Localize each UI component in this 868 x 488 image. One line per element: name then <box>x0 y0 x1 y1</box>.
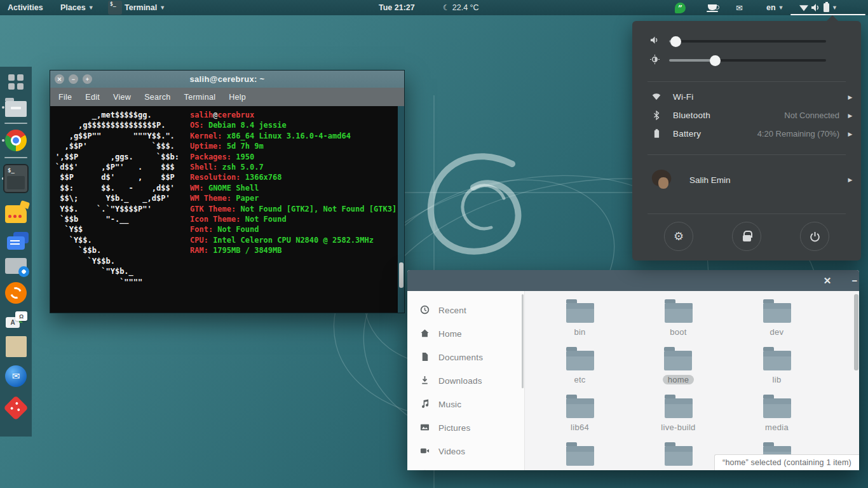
sidebar-item-downloads[interactable]: Downloads <box>407 369 524 393</box>
terminal-scrollbar[interactable] <box>398 106 404 313</box>
dock-item-messenger[interactable] <box>0 231 32 250</box>
folder-item-etc[interactable]: etc <box>566 347 594 395</box>
temperature-label: 22.4 °C <box>452 3 479 12</box>
hangouts-tray-icon[interactable] <box>675 0 686 15</box>
terminal-menu-edit[interactable]: Edit <box>85 93 100 102</box>
terminal-menu-terminal[interactable]: Terminal <box>184 93 216 102</box>
clock[interactable]: Tue 21:27 <box>379 0 415 15</box>
caffeine-tray-icon[interactable] <box>708 0 717 15</box>
volume-knob[interactable] <box>670 36 681 47</box>
keyboard-indicator[interactable]: en▼ <box>766 0 784 15</box>
sidebar-item-home[interactable]: Home <box>407 322 524 346</box>
mail-tray-icon[interactable]: ✉ <box>736 0 743 15</box>
volume-slider[interactable] <box>669 40 826 43</box>
places-menu[interactable]: Places▼ <box>60 0 94 15</box>
terminal-menu-view[interactable]: View <box>113 93 131 102</box>
power-button[interactable] <box>800 222 829 251</box>
lock-button[interactable] <box>732 222 761 251</box>
settings-button[interactable]: ⚙ <box>664 222 693 251</box>
folder-item-live-build[interactable]: live-build <box>661 395 695 442</box>
folder-icon <box>665 303 693 323</box>
dock <box>0 67 32 437</box>
places-label: Places <box>60 3 86 12</box>
sidebar-item-music[interactable]: Music <box>407 393 524 416</box>
scrollbar-thumb[interactable] <box>399 262 403 288</box>
sidebar-item-pictures[interactable]: Pictures <box>407 416 524 440</box>
thunderbird-icon <box>5 365 27 387</box>
volume-slider-row <box>632 35 861 48</box>
volume-icon <box>811 3 821 12</box>
terminal-icon <box>3 164 29 193</box>
folder-item-lib64[interactable]: lib64 <box>566 395 594 442</box>
terminal-line: ',$$P ,ggs. `$$b:Packages: 1950 <box>55 152 404 162</box>
minimize-icon[interactable]: − <box>847 270 859 291</box>
mail-icon: ✉ <box>736 3 743 13</box>
terminal-titlebar[interactable]: ✕ − + salih@cerebrux: ~ <box>50 71 404 88</box>
screenfetch-output: _,met$$$$$gg.salih@cerebrux ,g$$$$$$$$$$… <box>55 110 404 287</box>
volume-icon <box>650 36 660 47</box>
brightness-knob[interactable] <box>710 55 721 66</box>
terminal-menu-file[interactable]: File <box>58 93 72 102</box>
menu-row-wifi[interactable]: Wi-Fi▶ <box>632 88 861 106</box>
folder-name: home <box>663 375 695 384</box>
dock-item-yellow-app[interactable] <box>0 201 32 223</box>
folder-name: live-build <box>661 423 695 432</box>
folder-item-home[interactable]: home <box>663 347 695 395</box>
dock-item-screenshot[interactable] <box>0 258 32 274</box>
brightness-slider[interactable] <box>669 59 826 62</box>
sidebar-item-recent[interactable]: Recent <box>407 299 524 322</box>
folder-item[interactable] <box>665 442 693 470</box>
folder-icon <box>763 303 791 323</box>
sidebar-item-label: Videos <box>438 447 465 456</box>
sidebar-scrollbar[interactable] <box>522 294 524 388</box>
sync-icon <box>5 282 27 304</box>
menu-row-battery[interactable]: Battery4:20 Remaining (70%)▶ <box>632 125 861 143</box>
folder-item-bin[interactable]: bin <box>566 299 594 347</box>
chevron-down-icon: ▼ <box>832 4 837 11</box>
dock-item-translator[interactable] <box>0 312 32 328</box>
dock-item-beige-app[interactable] <box>0 336 32 357</box>
folder-name: etc <box>574 375 585 384</box>
terminal-content[interactable]: _,met$$$$$gg.salih@cerebrux ,g$$$$$$$$$$… <box>50 106 404 313</box>
weather-indicator[interactable]: ☾22.4 °C <box>443 0 479 15</box>
divider <box>648 154 846 155</box>
sidebar-item-documents[interactable]: Documents <box>407 346 524 369</box>
folder-item[interactable] <box>566 442 594 470</box>
menu-row-status: 4:20 Remaining (70%) <box>757 129 839 139</box>
dock-item-show-apps[interactable] <box>0 74 32 90</box>
terminal-line: `d$$' ,$P"' . $$$Shell: zsh 5.0.7 <box>55 162 404 172</box>
brightness-icon <box>650 55 660 67</box>
dock-item-chrome[interactable] <box>0 130 32 151</box>
terminal-menu-help[interactable]: Help <box>229 93 246 102</box>
terminal-menu-search[interactable]: Search <box>144 93 170 102</box>
dock-item-sync[interactable] <box>0 282 32 304</box>
chrome-icon <box>5 130 27 151</box>
folder-name: bin <box>574 327 585 337</box>
dock-item-files[interactable] <box>0 98 32 117</box>
folder-item-lib[interactable]: lib <box>763 347 791 395</box>
terminal-line: `$$b "-.__Icon Theme: Not Found <box>55 214 404 224</box>
folder-item-dev[interactable]: dev <box>763 299 791 347</box>
dock-item-thunderbird[interactable] <box>0 365 32 387</box>
content-scrollbar[interactable] <box>854 294 858 370</box>
aggregate-menu[interactable]: ▼ <box>799 0 837 15</box>
file-manager-content[interactable]: binbootdevetchomeliblib64live-buildmedia… <box>525 291 859 470</box>
recent-icon <box>420 305 430 316</box>
system-menu: Wi-Fi▶BluetoothNot Connected▶Battery4:20… <box>632 21 861 261</box>
close-icon[interactable]: ✕ <box>820 270 835 291</box>
folder-item-boot[interactable]: boot <box>665 299 693 347</box>
dock-item-git-app[interactable] <box>0 395 32 421</box>
dock-item-terminal[interactable] <box>0 164 32 193</box>
divider <box>648 81 846 82</box>
user-row[interactable]: Salih Emin ▶ <box>632 163 861 196</box>
wifi-icon <box>799 4 808 11</box>
sidebar-item-wastebasket[interactable]: Wastebasket <box>407 463 524 470</box>
app-menu[interactable]: Terminal▼ <box>108 0 165 15</box>
folder-icon <box>665 446 693 466</box>
menu-row-bluetooth[interactable]: BluetoothNot Connected▶ <box>632 106 861 125</box>
wifi-icon <box>651 93 661 100</box>
sidebar-item-videos[interactable]: Videos <box>407 440 524 463</box>
activities-button[interactable]: Activities <box>8 0 43 15</box>
yellow-app-icon <box>5 205 27 223</box>
folder-item-media[interactable]: media <box>763 395 791 442</box>
